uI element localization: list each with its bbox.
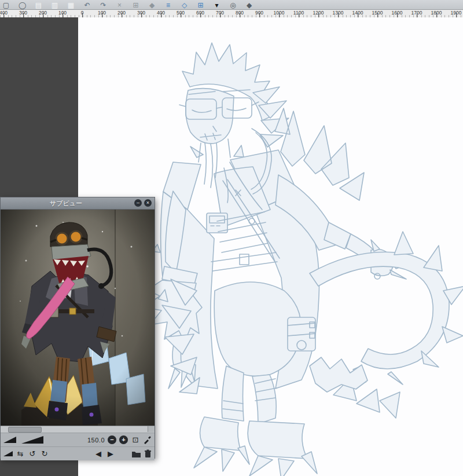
ruler-tick: [358, 13, 358, 17]
trash-button[interactable]: [144, 449, 152, 458]
settings-icon[interactable]: ◆: [245, 0, 253, 9]
rotate-cw-button[interactable]: ↻: [40, 449, 49, 458]
ruler-tick: [181, 13, 181, 17]
zoom-slider-marker[interactable]: [21, 436, 43, 444]
subview-nav-row: ⇆ ↺ ↻ ◀ ▶: [1, 446, 155, 460]
ruler-tick: [417, 13, 417, 17]
copy-icon[interactable]: ⊞: [131, 0, 140, 9]
rotate-slider[interactable]: [3, 451, 13, 456]
ruler-tick: [141, 13, 142, 17]
subview-scrollbar[interactable]: [1, 426, 155, 433]
compass-icon[interactable]: ◎: [229, 0, 237, 9]
ruler-tick: [102, 13, 102, 17]
fit-button[interactable]: ⊡: [131, 435, 140, 444]
open-file-icon[interactable]: ▥: [50, 0, 59, 9]
zoom-out-button[interactable]: −: [108, 435, 116, 444]
delete-icon[interactable]: ×: [115, 0, 124, 9]
snap-grid-icon[interactable]: ⊞: [196, 0, 205, 9]
new-canvas-icon[interactable]: ▤: [34, 0, 43, 9]
rotate-view-icon[interactable]: ◯: [18, 0, 27, 9]
subview-zoom-row: 150.0 − + ⊡: [1, 433, 155, 446]
save-file-icon[interactable]: ▦: [67, 0, 75, 9]
ruler-tick: [161, 13, 161, 17]
ruler-tick: [240, 13, 240, 17]
ruler-tick: [456, 13, 457, 17]
ruler-tick: [259, 13, 260, 17]
minimize-button[interactable]: –: [134, 199, 142, 207]
redo-icon[interactable]: ↷: [99, 0, 108, 9]
ruler-tick: [43, 13, 43, 17]
subview-title: サブビュー: [1, 199, 131, 208]
zoom-value: 150.0: [87, 437, 105, 444]
ruler-tick: [436, 13, 437, 17]
snap-special-ruler-icon[interactable]: ◇: [180, 0, 189, 9]
ruler-tick: [82, 13, 83, 17]
ruler-tick: [200, 13, 201, 17]
ruler-label: 400: [0, 10, 12, 16]
scrollbar-thumb[interactable]: [8, 427, 42, 433]
ruler-tick: [318, 13, 319, 17]
rotate-ccw-button[interactable]: ↺: [28, 449, 37, 458]
prev-image-button[interactable]: ◀: [94, 449, 103, 458]
undo-icon[interactable]: ↶: [83, 0, 91, 9]
ruler-tick: [122, 13, 122, 17]
top-toolbar: ▢◯▤▥▦↶↷×⊞◆≡◇⊞▾◎◆: [0, 0, 463, 10]
scrollbar-corner: [148, 426, 155, 432]
ruler-tick: [299, 13, 299, 17]
zoom-slider[interactable]: [3, 437, 16, 443]
subview-image[interactable]: [1, 210, 155, 426]
trash-icon: [144, 449, 152, 458]
reference-image: [1, 210, 155, 426]
object-tool-icon[interactable]: ▢: [2, 0, 10, 9]
ruler-tick: [338, 13, 339, 17]
ruler-tick: [279, 13, 280, 17]
ruler-tick: [220, 13, 221, 17]
fill-icon[interactable]: ◆: [148, 0, 156, 9]
ruler-dropdown-icon[interactable]: ▾: [212, 0, 221, 9]
folder-icon: [131, 451, 141, 458]
snap-ruler-icon[interactable]: ≡: [164, 0, 172, 9]
horizontal-ruler: 4003002001000100200300400500600700800900…: [0, 10, 463, 18]
subview-titlebar[interactable]: サブビュー – ×: [1, 197, 155, 210]
ruler-tick: [377, 13, 378, 17]
close-button[interactable]: ×: [144, 199, 152, 207]
ruler-tick: [397, 13, 398, 17]
eyedropper-icon: [143, 435, 152, 444]
next-image-button[interactable]: ▶: [106, 449, 115, 458]
subview-panel: サブビュー – ×: [0, 197, 155, 459]
eyedropper-button[interactable]: [143, 435, 152, 444]
ruler-tick: [23, 13, 24, 17]
flip-horizontal-button[interactable]: ⇆: [16, 449, 25, 458]
ruler-tick: [3, 13, 4, 17]
ruler-label: 1900: [448, 10, 463, 16]
zoom-in-button[interactable]: +: [119, 435, 128, 444]
ruler-tick: [63, 13, 63, 17]
open-folder-button[interactable]: [131, 450, 141, 457]
